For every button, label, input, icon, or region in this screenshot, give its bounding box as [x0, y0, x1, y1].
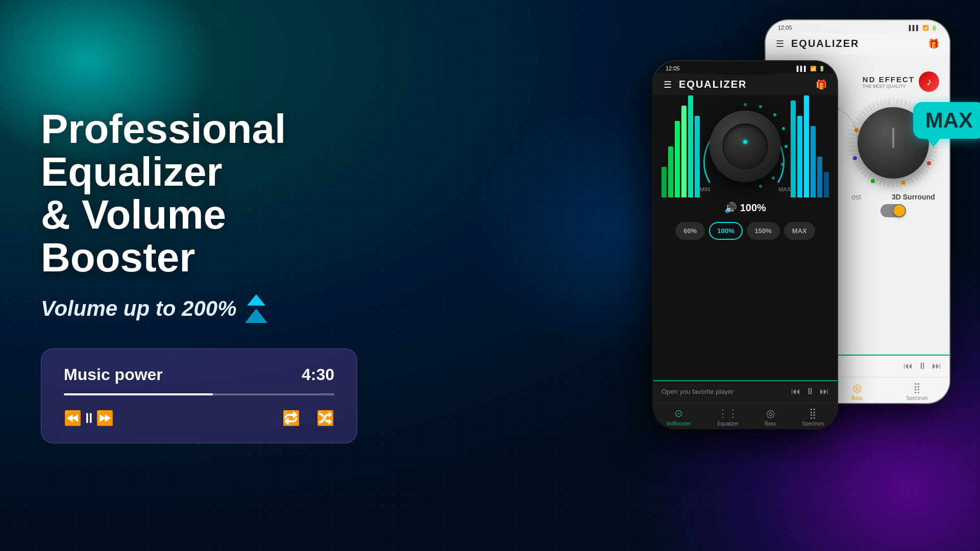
- front-battery-icon: 🔋: [819, 66, 825, 71]
- nav-front-eq-label: Equalizer: [717, 421, 739, 427]
- svg-point-13: [785, 145, 788, 148]
- rewind-button[interactable]: ⏪: [64, 410, 82, 427]
- sound-effect-sub: THE BEST QUALITY: [863, 84, 915, 89]
- phone-front-gift-icon[interactable]: 🎁: [816, 79, 827, 90]
- phone-back-player-controls: ⏮ ⏸ ⏭: [903, 361, 941, 371]
- phone-back-header: ☰ EQUALIZER 🎁: [766, 33, 949, 55]
- pct-60-button[interactable]: 60%: [675, 222, 705, 240]
- phone-back-menu-icon[interactable]: ☰: [776, 38, 784, 49]
- volume-display: 🔊 100%: [653, 197, 837, 218]
- sound-effect-text: ND EFFECT: [863, 75, 915, 84]
- phone-back-time: 12:05: [778, 24, 792, 31]
- player-time: 4:30: [302, 365, 334, 384]
- viz-bar-r2: [797, 116, 802, 197]
- right-visualizer: [791, 95, 829, 197]
- phone-front-header: ☰ EQUALIZER 🎁: [653, 73, 837, 95]
- viz-bar-r6: [824, 172, 829, 197]
- phone-back-next[interactable]: ⏭: [932, 361, 941, 371]
- pct-150-button[interactable]: 150%: [747, 222, 780, 240]
- viz-bar-r3: [804, 95, 809, 197]
- phone-front-notch: [712, 61, 778, 74]
- nav-bass[interactable]: ◎ Bass: [851, 382, 863, 401]
- boost-label: ost: [851, 193, 861, 201]
- song-name: Music power: [64, 365, 163, 384]
- nav-spectrum[interactable]: ⣿ Spectrum: [906, 382, 928, 401]
- viz-bar-r4: [811, 126, 816, 197]
- repeat-button[interactable]: 🔁: [282, 410, 300, 427]
- viz-bar-r5: [817, 157, 822, 197]
- svg-point-5: [901, 181, 905, 185]
- phone-front-time: 12:05: [666, 65, 680, 71]
- svg-point-7: [853, 156, 857, 160]
- phone-front-open-player: Open you favorite player ⏮ ⏸ ⏭: [653, 380, 837, 402]
- music-note-icon: ♪: [919, 71, 939, 92]
- knob-labels: ost 3D Surround: [851, 193, 935, 201]
- viz-bar-2: [668, 146, 673, 197]
- nav-volbooster-label: VolBooster: [667, 421, 691, 427]
- surround-toggle[interactable]: [880, 204, 906, 217]
- max-label: MAX: [778, 186, 791, 192]
- svg-point-11: [773, 113, 776, 116]
- right-section: 12:05 ▌▌▌ 📶 🔋 ☰ EQUALIZER 🎁: [388, 0, 980, 551]
- svg-point-16: [759, 185, 762, 188]
- surround-label: 3D Surround: [892, 193, 935, 201]
- nav-front-equalizer[interactable]: ⋮⋮ Equalizer: [717, 407, 739, 427]
- svg-point-12: [782, 127, 785, 130]
- svg-point-10: [759, 105, 762, 108]
- svg-point-4: [927, 161, 931, 165]
- toggle-thumb: [894, 205, 905, 216]
- viz-bar-4: [681, 106, 687, 197]
- svg-point-6: [871, 179, 875, 183]
- nav-front-bass-label: Bass: [765, 421, 776, 427]
- left-section: Professional Equalizer & Volume Booster …: [0, 77, 388, 474]
- wifi-icon: 📶: [922, 25, 928, 31]
- shuffle-button[interactable]: 🔀: [316, 410, 334, 427]
- viz-bar-5: [688, 95, 693, 197]
- nav-front-bass[interactable]: ◎ Bass: [765, 407, 776, 427]
- nav-volbooster[interactable]: ⊙ VolBooster: [667, 407, 691, 427]
- phone-front-prev[interactable]: ⏮: [791, 386, 800, 397]
- phone-back-notch: [824, 20, 891, 34]
- pct-100-button[interactable]: 100%: [709, 222, 742, 240]
- nav-front-spectrum-icon: ⣿: [809, 407, 817, 419]
- progress-fill: [64, 393, 213, 395]
- signal-icon: ▌▌▌: [909, 25, 920, 31]
- phone-front-player-text: Open you favorite player: [662, 388, 734, 395]
- nav-bass-label: Bass: [851, 395, 863, 401]
- nav-spectrum-icon: ⣿: [913, 382, 921, 394]
- knob-indicator: [892, 128, 894, 148]
- phone-front-player-controls: ⏮ ⏸ ⏭: [791, 386, 829, 397]
- nav-front-spectrum-label: Spectrum: [802, 421, 824, 427]
- nav-front-spectrum[interactable]: ⣿ Spectrum: [802, 407, 824, 427]
- nav-volbooster-icon: ⊙: [674, 407, 683, 419]
- phone-back-pause[interactable]: ⏸: [918, 361, 927, 371]
- volume-percent-label: 🔊 100%: [724, 202, 766, 213]
- phone-front: 12:05 ▌▌▌ 📶 🔋 ☰ EQUALIZER 🎁: [653, 61, 837, 429]
- nav-front-eq-icon: ⋮⋮: [718, 407, 738, 419]
- player-top-row: Music power 4:30: [64, 365, 334, 384]
- volume-knob-inner: [722, 123, 768, 169]
- pause-button[interactable]: ⏸: [82, 410, 96, 427]
- phone-front-next[interactable]: ⏭: [820, 386, 829, 397]
- svg-point-8: [854, 128, 859, 132]
- subtitle: Volume up to 200%: [41, 294, 347, 323]
- fast-forward-button[interactable]: ⏩: [96, 410, 114, 427]
- phone-back-status-icons: ▌▌▌ 📶 🔋: [909, 25, 937, 31]
- front-wifi-icon: 📶: [810, 66, 816, 71]
- sound-effect-label-area: ND EFFECT THE BEST QUALITY ♪: [863, 71, 939, 92]
- volume-arrows-icon: [245, 294, 267, 323]
- phone-back-gift-icon[interactable]: 🎁: [928, 38, 939, 49]
- svg-point-9: [744, 103, 747, 106]
- phone-back-prev[interactable]: ⏮: [903, 361, 913, 371]
- volume-knob-outer[interactable]: [709, 111, 781, 182]
- viz-bar-3: [675, 121, 680, 197]
- phone-front-menu-icon[interactable]: ☰: [664, 79, 672, 90]
- left-visualizer: [662, 95, 700, 197]
- progress-bar[interactable]: [64, 393, 334, 395]
- phone-back-app-title: EQUALIZER: [791, 38, 928, 49]
- viz-bar-1: [662, 167, 667, 197]
- pct-max-button[interactable]: MAX: [784, 222, 815, 240]
- nav-front-bass-icon: ◎: [766, 407, 775, 419]
- phone-front-pause[interactable]: ⏸: [805, 386, 815, 397]
- front-signal-icon: ▌▌▌: [797, 66, 807, 71]
